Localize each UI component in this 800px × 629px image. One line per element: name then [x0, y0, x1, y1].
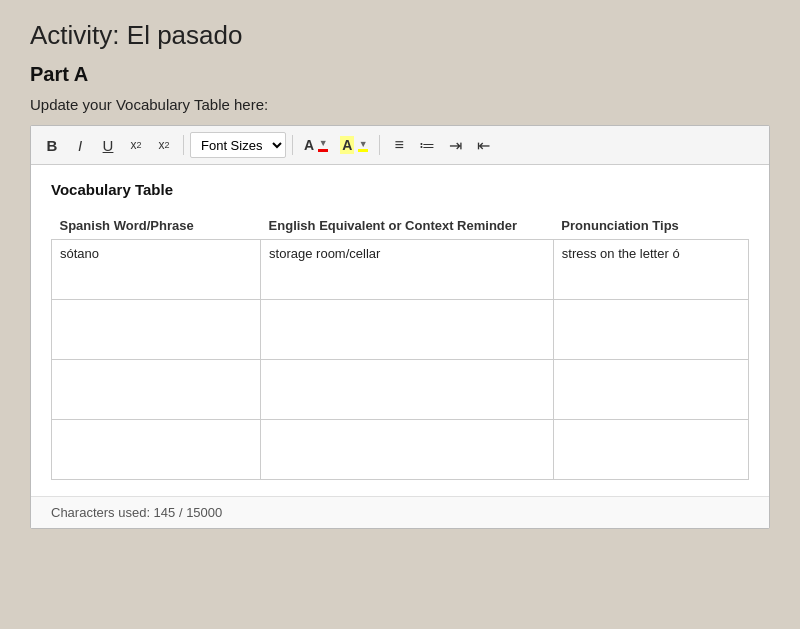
char-count: Characters used: 145 / 15000 — [31, 496, 769, 528]
bg-color-bar — [358, 149, 368, 152]
editor-area: B I U x2 x2 Font Sizes 8 10 12 14 16 18 … — [30, 125, 770, 529]
cell-english[interactable] — [261, 300, 554, 360]
col-header-pronunciation: Pronunciation Tips — [553, 212, 748, 240]
table-row[interactable] — [52, 420, 749, 480]
table-header-row: Spanish Word/Phrase English Equivalent o… — [52, 212, 749, 240]
page-container: Activity: El pasado Part A Update your V… — [0, 0, 800, 529]
instruction-text: Update your Vocabulary Table here: — [30, 96, 770, 113]
cell-pronunciation[interactable] — [553, 420, 748, 480]
cell-pronunciation[interactable]: stress on the letter ó — [553, 240, 748, 300]
table-row[interactable]: sótanostorage room/cellarstress on the l… — [52, 240, 749, 300]
cell-pronunciation[interactable] — [553, 300, 748, 360]
col-header-spanish-label: Spanish Word/Phrase — [60, 218, 194, 233]
outdent-icon: ⇤ — [477, 136, 490, 155]
italic-button[interactable]: I — [67, 132, 93, 158]
col-header-pronunciation-label: Pronunciation Tips — [561, 218, 679, 233]
col-header-english-label: English Equivalent or Context Reminder — [269, 218, 517, 233]
toolbar: B I U x2 x2 Font Sizes 8 10 12 14 16 18 … — [31, 126, 769, 165]
ordered-list-button[interactable]: ≔ — [414, 132, 440, 158]
vocab-table-title: Vocabulary Table — [51, 181, 749, 198]
editor-content: Vocabulary Table Spanish Word/Phrase Eng… — [31, 165, 769, 496]
outdent-button[interactable]: ⇤ — [470, 132, 496, 158]
cell-pronunciation[interactable] — [553, 360, 748, 420]
table-row[interactable] — [52, 300, 749, 360]
vocab-table: Spanish Word/Phrase English Equivalent o… — [51, 212, 749, 480]
subscript-button[interactable]: x2 — [151, 132, 177, 158]
separator-3 — [379, 135, 380, 155]
cell-spanish[interactable] — [52, 300, 261, 360]
indent-icon: ⇥ — [449, 136, 462, 155]
font-color-label: A — [304, 137, 314, 153]
font-color-indicator-wrap: ▼ — [318, 138, 328, 152]
separator-1 — [183, 135, 184, 155]
cell-spanish[interactable] — [52, 360, 261, 420]
activity-title: Activity: El pasado — [30, 20, 770, 51]
bg-color-indicator-wrap: ▼ — [358, 139, 368, 152]
unordered-list-button[interactable]: ≡ — [386, 132, 412, 158]
col-header-spanish: Spanish Word/Phrase — [52, 212, 261, 240]
indent-button[interactable]: ⇥ — [442, 132, 468, 158]
subscript-exp: 2 — [164, 140, 169, 150]
cell-spanish[interactable]: sótano — [52, 240, 261, 300]
font-color-bar — [318, 149, 328, 152]
font-color-button[interactable]: A ▼ — [299, 132, 333, 158]
vocab-table-body: sótanostorage room/cellarstress on the l… — [52, 240, 749, 480]
separator-2 — [292, 135, 293, 155]
part-label: Part A — [30, 63, 770, 86]
bg-color-label: A — [340, 136, 354, 154]
superscript-button[interactable]: x2 — [123, 132, 149, 158]
font-sizes-select[interactable]: Font Sizes 8 10 12 14 16 18 — [190, 132, 286, 158]
col-header-english: English Equivalent or Context Reminder — [261, 212, 554, 240]
cell-english[interactable] — [261, 420, 554, 480]
underline-button[interactable]: U — [95, 132, 121, 158]
font-color-arrow: ▼ — [319, 138, 328, 148]
ordered-list-icon: ≔ — [419, 136, 435, 155]
unordered-list-icon: ≡ — [395, 136, 404, 154]
cell-english[interactable] — [261, 360, 554, 420]
cell-spanish[interactable] — [52, 420, 261, 480]
bold-button[interactable]: B — [39, 132, 65, 158]
bg-color-button[interactable]: A ▼ — [335, 132, 373, 158]
superscript-exp: 2 — [136, 140, 141, 150]
bg-color-arrow: ▼ — [359, 139, 368, 149]
table-row[interactable] — [52, 360, 749, 420]
cell-english[interactable]: storage room/cellar — [261, 240, 554, 300]
